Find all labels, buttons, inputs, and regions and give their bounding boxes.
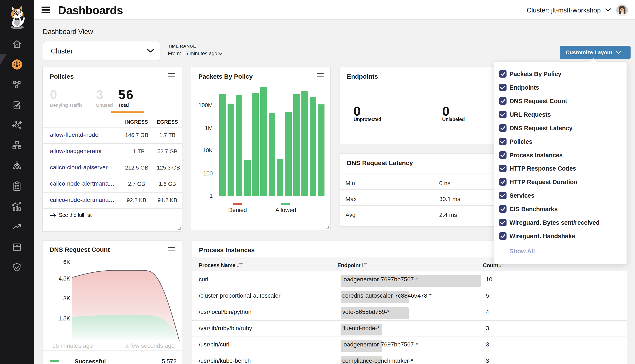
svg-text:Denied: Denied bbox=[228, 207, 247, 213]
svg-text:1M: 1M bbox=[205, 125, 213, 131]
svg-text:100M: 100M bbox=[198, 102, 213, 108]
svg-text:100: 100 bbox=[203, 170, 213, 177]
svg-text:4.5K: 4.5K bbox=[58, 276, 70, 282]
svg-text:Allowed: Allowed bbox=[275, 207, 296, 213]
svg-text:5,572: 5,572 bbox=[162, 358, 176, 364]
svg-text:a few seconds ago: a few seconds ago bbox=[125, 342, 175, 349]
svg-text:15 minutes ago: 15 minutes ago bbox=[52, 342, 93, 349]
svg-text:3K: 3K bbox=[63, 295, 70, 302]
svg-text:1.5K: 1.5K bbox=[58, 316, 70, 322]
svg-text:10K: 10K bbox=[202, 147, 213, 154]
svg-text:Successful: Successful bbox=[75, 358, 106, 364]
svg-text:6K: 6K bbox=[63, 259, 70, 265]
svg-text:1: 1 bbox=[209, 192, 213, 199]
